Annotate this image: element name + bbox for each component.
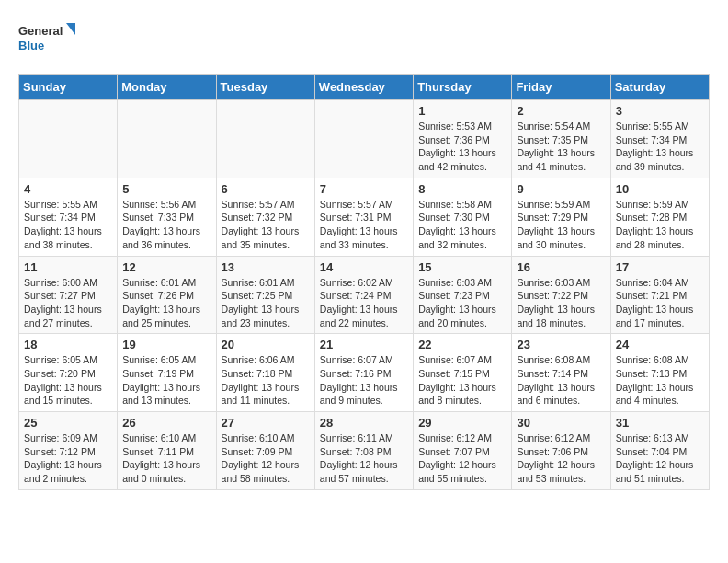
calendar-cell: 9Sunrise: 5:59 AM Sunset: 7:29 PM Daylig… xyxy=(512,178,610,256)
day-number: 6 xyxy=(222,182,310,196)
calendar-cell: 3Sunrise: 5:55 AM Sunset: 7:34 PM Daylig… xyxy=(610,100,709,178)
calendar-cell xyxy=(118,100,216,178)
day-info: Sunrise: 5:55 AM Sunset: 7:34 PM Dayligh… xyxy=(24,198,112,252)
day-info: Sunrise: 6:12 AM Sunset: 7:06 PM Dayligh… xyxy=(517,431,605,486)
day-number: 20 xyxy=(222,338,310,351)
calendar-cell: 24Sunrise: 6:08 AM Sunset: 7:13 PM Dayli… xyxy=(610,334,709,412)
day-number: 13 xyxy=(222,260,310,274)
day-number: 31 xyxy=(616,416,704,430)
day-info: Sunrise: 5:59 AM Sunset: 7:28 PM Dayligh… xyxy=(616,198,704,252)
calendar-week-2: 4Sunrise: 5:55 AM Sunset: 7:34 PM Daylig… xyxy=(19,178,710,256)
day-number: 25 xyxy=(24,416,112,430)
calendar-cell: 11Sunrise: 6:00 AM Sunset: 7:27 PM Dayli… xyxy=(19,256,118,334)
day-info: Sunrise: 6:10 AM Sunset: 7:11 PM Dayligh… xyxy=(122,431,210,486)
day-info: Sunrise: 5:54 AM Sunset: 7:35 PM Dayligh… xyxy=(517,120,605,174)
calendar-week-4: 18Sunrise: 6:05 AM Sunset: 7:20 PM Dayli… xyxy=(19,334,710,412)
calendar-cell: 12Sunrise: 6:01 AM Sunset: 7:26 PM Dayli… xyxy=(118,256,216,334)
calendar-cell: 2Sunrise: 5:54 AM Sunset: 7:35 PM Daylig… xyxy=(512,100,610,178)
day-info: Sunrise: 5:53 AM Sunset: 7:36 PM Dayligh… xyxy=(418,120,506,174)
calendar-cell: 10Sunrise: 5:59 AM Sunset: 7:28 PM Dayli… xyxy=(610,178,709,256)
calendar-cell: 27Sunrise: 6:10 AM Sunset: 7:09 PM Dayli… xyxy=(216,412,314,490)
day-info: Sunrise: 6:01 AM Sunset: 7:26 PM Dayligh… xyxy=(122,276,210,330)
day-number: 21 xyxy=(320,338,408,351)
day-number: 11 xyxy=(24,260,112,274)
day-info: Sunrise: 6:05 AM Sunset: 7:19 PM Dayligh… xyxy=(122,353,210,408)
day-number: 27 xyxy=(222,416,310,430)
calendar-header-row: SundayMondayTuesdayWednesdayThursdayFrid… xyxy=(19,75,710,100)
day-info: Sunrise: 6:07 AM Sunset: 7:15 PM Dayligh… xyxy=(418,353,506,408)
calendar-cell: 28Sunrise: 6:11 AM Sunset: 7:08 PM Dayli… xyxy=(314,412,413,490)
day-info: Sunrise: 5:59 AM Sunset: 7:29 PM Dayligh… xyxy=(517,198,605,252)
day-number: 24 xyxy=(616,338,704,351)
day-number: 15 xyxy=(418,260,506,274)
day-info: Sunrise: 6:03 AM Sunset: 7:23 PM Dayligh… xyxy=(418,276,506,330)
day-number: 12 xyxy=(122,260,210,274)
calendar-cell: 29Sunrise: 6:12 AM Sunset: 7:07 PM Dayli… xyxy=(414,412,512,490)
day-info: Sunrise: 5:55 AM Sunset: 7:34 PM Dayligh… xyxy=(616,120,704,174)
day-number: 4 xyxy=(24,182,112,196)
calendar-cell: 14Sunrise: 6:02 AM Sunset: 7:24 PM Dayli… xyxy=(314,256,413,334)
svg-text:Blue: Blue xyxy=(18,39,44,52)
day-info: Sunrise: 6:12 AM Sunset: 7:07 PM Dayligh… xyxy=(418,431,506,486)
day-number: 22 xyxy=(418,338,506,351)
day-number: 29 xyxy=(418,416,506,430)
day-info: Sunrise: 5:57 AM Sunset: 7:32 PM Dayligh… xyxy=(222,198,310,252)
day-info: Sunrise: 5:57 AM Sunset: 7:31 PM Dayligh… xyxy=(320,198,408,252)
calendar-cell: 18Sunrise: 6:05 AM Sunset: 7:20 PM Dayli… xyxy=(19,334,118,412)
day-number: 14 xyxy=(320,260,408,274)
day-info: Sunrise: 6:11 AM Sunset: 7:08 PM Dayligh… xyxy=(320,431,408,486)
calendar-cell: 1Sunrise: 5:53 AM Sunset: 7:36 PM Daylig… xyxy=(414,100,512,178)
calendar-cell: 23Sunrise: 6:08 AM Sunset: 7:14 PM Dayli… xyxy=(512,334,610,412)
header-saturday: Saturday xyxy=(610,75,709,100)
calendar-cell: 20Sunrise: 6:06 AM Sunset: 7:18 PM Dayli… xyxy=(216,334,314,412)
calendar-cell: 26Sunrise: 6:10 AM Sunset: 7:11 PM Dayli… xyxy=(118,412,216,490)
calendar-cell: 4Sunrise: 5:55 AM Sunset: 7:34 PM Daylig… xyxy=(19,178,118,256)
calendar-cell: 25Sunrise: 6:09 AM Sunset: 7:12 PM Dayli… xyxy=(19,412,118,490)
page-header: General Blue xyxy=(18,18,710,64)
day-number: 5 xyxy=(122,182,210,196)
day-info: Sunrise: 6:09 AM Sunset: 7:12 PM Dayligh… xyxy=(24,431,112,486)
day-info: Sunrise: 6:05 AM Sunset: 7:20 PM Dayligh… xyxy=(24,353,112,408)
day-info: Sunrise: 6:06 AM Sunset: 7:18 PM Dayligh… xyxy=(222,353,310,408)
day-info: Sunrise: 6:08 AM Sunset: 7:13 PM Dayligh… xyxy=(616,353,704,408)
calendar-cell xyxy=(216,100,314,178)
day-number: 26 xyxy=(122,416,210,430)
calendar-cell: 21Sunrise: 6:07 AM Sunset: 7:16 PM Dayli… xyxy=(314,334,413,412)
day-number: 8 xyxy=(418,182,506,196)
day-info: Sunrise: 6:07 AM Sunset: 7:16 PM Dayligh… xyxy=(320,353,408,408)
day-number: 7 xyxy=(320,182,408,196)
svg-marker-2 xyxy=(66,23,75,35)
header-friday: Friday xyxy=(512,75,610,100)
calendar-cell: 13Sunrise: 6:01 AM Sunset: 7:25 PM Dayli… xyxy=(216,256,314,334)
day-info: Sunrise: 5:56 AM Sunset: 7:33 PM Dayligh… xyxy=(122,198,210,252)
logo-svg: General Blue xyxy=(18,18,83,64)
svg-text:General: General xyxy=(18,24,63,38)
calendar-cell: 7Sunrise: 5:57 AM Sunset: 7:31 PM Daylig… xyxy=(314,178,413,256)
calendar-cell: 30Sunrise: 6:12 AM Sunset: 7:06 PM Dayli… xyxy=(512,412,610,490)
day-info: Sunrise: 6:01 AM Sunset: 7:25 PM Dayligh… xyxy=(222,276,310,330)
day-info: Sunrise: 6:02 AM Sunset: 7:24 PM Dayligh… xyxy=(320,276,408,330)
day-number: 28 xyxy=(320,416,408,430)
calendar-week-1: 1Sunrise: 5:53 AM Sunset: 7:36 PM Daylig… xyxy=(19,100,710,178)
day-info: Sunrise: 6:13 AM Sunset: 7:04 PM Dayligh… xyxy=(616,431,704,486)
day-number: 16 xyxy=(517,260,605,274)
day-number: 9 xyxy=(517,182,605,196)
day-number: 30 xyxy=(517,416,605,430)
header-sunday: Sunday xyxy=(19,75,118,100)
calendar-cell: 31Sunrise: 6:13 AM Sunset: 7:04 PM Dayli… xyxy=(610,412,709,490)
header-tuesday: Tuesday xyxy=(216,75,314,100)
day-info: Sunrise: 6:04 AM Sunset: 7:21 PM Dayligh… xyxy=(616,276,704,330)
day-info: Sunrise: 6:10 AM Sunset: 7:09 PM Dayligh… xyxy=(222,431,310,486)
day-info: Sunrise: 6:08 AM Sunset: 7:14 PM Dayligh… xyxy=(517,353,605,408)
calendar-cell: 19Sunrise: 6:05 AM Sunset: 7:19 PM Dayli… xyxy=(118,334,216,412)
day-info: Sunrise: 6:03 AM Sunset: 7:22 PM Dayligh… xyxy=(517,276,605,330)
calendar-table: SundayMondayTuesdayWednesdayThursdayFrid… xyxy=(18,74,710,490)
day-number: 18 xyxy=(24,338,112,351)
day-info: Sunrise: 5:58 AM Sunset: 7:30 PM Dayligh… xyxy=(418,198,506,252)
calendar-cell: 17Sunrise: 6:04 AM Sunset: 7:21 PM Dayli… xyxy=(610,256,709,334)
day-number: 3 xyxy=(616,104,704,118)
day-number: 17 xyxy=(616,260,704,274)
calendar-cell: 15Sunrise: 6:03 AM Sunset: 7:23 PM Dayli… xyxy=(414,256,512,334)
day-info: Sunrise: 6:00 AM Sunset: 7:27 PM Dayligh… xyxy=(24,276,112,330)
calendar-cell: 6Sunrise: 5:57 AM Sunset: 7:32 PM Daylig… xyxy=(216,178,314,256)
